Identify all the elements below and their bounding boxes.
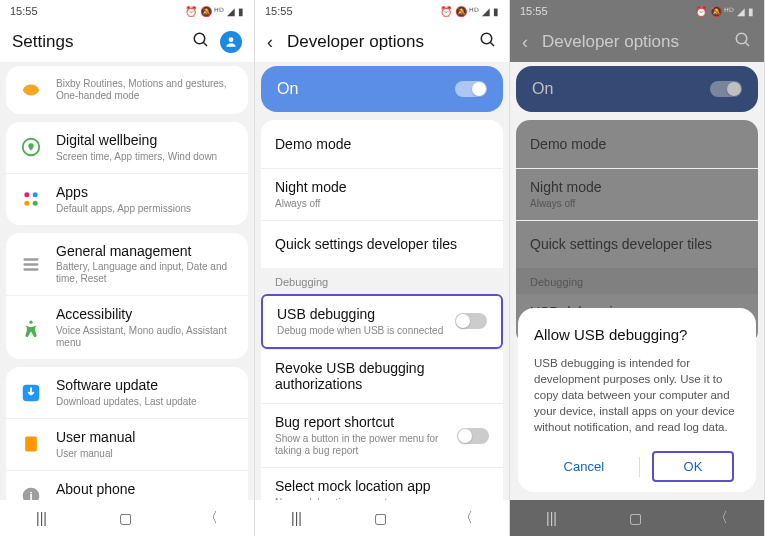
dialog-message: USB debugging is intended for developmen… [534,355,740,435]
toggle-on-icon [710,81,742,97]
item-label: Demo mode [275,136,489,153]
search-icon[interactable] [192,31,210,53]
item-label: Apps [56,184,236,201]
header: ‹ Developer options [510,22,764,62]
list-item[interactable]: AccessibilityVoice Assistant, Mono audio… [6,295,248,359]
item-label: Night mode [275,179,489,196]
recents-button[interactable]: ||| [291,510,302,526]
header: ‹ Developer options [255,22,509,62]
item-label: Bug report shortcut [275,414,457,431]
item-sub: Battery, Language and input, Date and ti… [56,261,236,285]
item-sub: Always off [530,198,744,210]
back-button[interactable]: 〈 [459,509,473,527]
usb-debugging-item[interactable]: USB debuggingDebug mode when USB is conn… [261,294,503,349]
list-item[interactable]: Software updateDownload updates, Last up… [6,367,248,418]
accessibility-icon [18,315,44,341]
item-sub: Voice Assistant, Mono audio, Assistant m… [56,325,236,349]
home-button[interactable]: ▢ [119,510,132,526]
item-label: Quick settings developer tiles [530,236,744,253]
profile-icon[interactable] [220,31,242,53]
item-label: About phone [56,481,236,498]
svg-rect-13 [25,437,37,452]
clock: 15:55 [10,5,38,17]
list-item[interactable]: Bixby Routines, Motions and gestures, On… [6,66,248,114]
toggle-on-icon[interactable] [455,81,487,97]
item-sub: User manual [56,448,236,460]
list-item[interactable]: Night modeAlways off [261,168,503,220]
clock: 15:55 [520,5,548,17]
back-button[interactable]: 〈 [204,509,218,527]
list-item[interactable]: Quick settings developer tiles [261,220,503,268]
svg-point-0 [194,33,205,44]
list-item: Quick settings developer tiles [516,220,758,268]
list-item[interactable]: Bug report shortcutShow a button in the … [261,403,503,467]
home-button[interactable]: ▢ [629,510,642,526]
list-item: Demo mode [516,120,758,168]
list-item[interactable]: Revoke USB debugging authorizations [261,349,503,404]
svg-point-7 [33,201,38,206]
list-item[interactable]: Demo mode [261,120,503,168]
status-icons: ⏰ 🔕 ᴴᴰ ◢ ▮ [185,6,244,17]
recents-button[interactable]: ||| [546,510,557,526]
recents-button[interactable]: ||| [36,510,47,526]
back-icon: ‹ [522,32,542,53]
svg-rect-8 [24,258,39,261]
svg-line-19 [745,42,749,46]
list-item: Night modeAlways off [516,168,758,220]
ok-button[interactable]: OK [652,451,735,482]
item-sub: Always off [275,198,489,210]
item-label: Accessibility [56,306,236,323]
home-button[interactable]: ▢ [374,510,387,526]
item-label: USB debugging [277,306,455,323]
clock: 15:55 [265,5,293,17]
search-icon[interactable] [479,31,497,53]
item-sub: Show a button in the power menu for taki… [275,433,457,457]
item-label: General management [56,243,236,260]
item-sub: Bixby Routines, Motions and gestures, On… [56,78,236,102]
wellbeing-icon [18,134,44,160]
apps-icon [18,186,44,212]
status-bar: 15:55 ⏰ 🔕 ᴴᴰ ◢ ▮ [255,0,509,22]
toggle-off-icon[interactable] [457,428,489,444]
toggle-off-icon[interactable] [455,313,487,329]
search-icon [734,31,752,53]
list-item[interactable]: User manualUser manual [6,418,248,470]
status-icons: ⏰ 🔕 ᴴᴰ ◢ ▮ [440,6,499,17]
item-sub: Download updates, Last update [56,396,236,408]
svg-point-4 [24,193,29,198]
svg-point-18 [736,33,747,44]
item-sub: Debug mode when USB is connected [277,325,455,337]
item-label: Select mock location app [275,478,489,495]
nav-bar: ||| ▢ 〈 [255,500,509,536]
dialog-title: Allow USB debugging? [534,326,740,343]
svg-point-5 [33,193,38,198]
on-label: On [277,80,298,98]
svg-line-1 [203,42,207,46]
page-title: Developer options [287,32,479,52]
status-icons: ⏰ 🔕 ᴴᴰ ◢ ▮ [695,6,754,17]
master-toggle[interactable]: On [261,66,503,112]
svg-point-2 [229,37,234,42]
status-bar: 15:55 ⏰ 🔕 ᴴᴰ ◢ ▮ [0,0,254,22]
item-label: User manual [56,429,236,446]
page-title: Settings [12,32,192,52]
page-title: Developer options [542,32,734,52]
on-label: On [532,80,553,98]
item-label: Night mode [530,179,744,196]
svg-point-11 [29,320,32,323]
nav-bar: ||| ▢ 〈 [510,500,764,536]
item-label: Quick settings developer tiles [275,236,489,253]
bixby-icon [18,77,44,103]
list-item[interactable]: General managementBattery, Language and … [6,233,248,296]
usb-debugging-dialog: Allow USB debugging? USB debugging is in… [518,308,756,492]
cancel-button[interactable]: Cancel [540,451,628,482]
svg-line-17 [490,42,494,46]
master-toggle: On [516,66,758,112]
list-item[interactable]: AppsDefault apps, App permissions [6,173,248,225]
back-icon[interactable]: ‹ [267,32,287,53]
back-button[interactable]: 〈 [714,509,728,527]
status-bar: 15:55 ⏰ 🔕 ᴴᴰ ◢ ▮ [510,0,764,22]
list-item[interactable]: Digital wellbeingScreen time, App timers… [6,122,248,173]
svg-rect-9 [24,263,39,266]
item-sub: Screen time, App timers, Wind down [56,151,236,163]
